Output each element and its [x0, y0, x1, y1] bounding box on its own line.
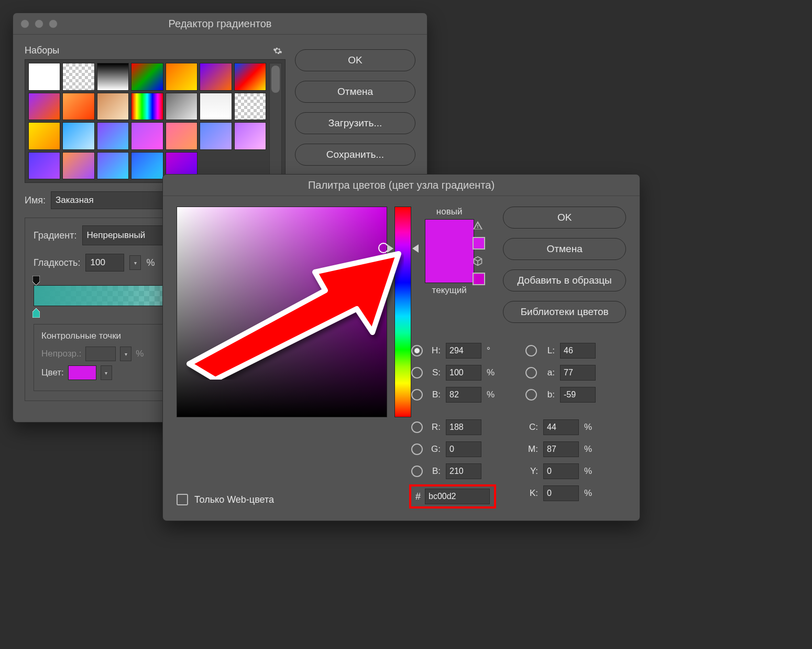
stop-color-dropdown-icon[interactable]: ▾	[101, 365, 112, 380]
stop-color-label: Цвет:	[41, 367, 64, 378]
preset-swatch[interactable]	[131, 93, 163, 121]
preset-swatch[interactable]	[166, 93, 197, 121]
ok-button[interactable]: OK	[295, 49, 415, 71]
opacity-stop-icon[interactable]	[32, 276, 40, 283]
b-rgb-input[interactable]	[446, 463, 481, 479]
out-of-gamut-swatch-icon[interactable]	[473, 237, 485, 250]
preset-swatch[interactable]	[234, 93, 266, 121]
b-rgb-radio[interactable]	[411, 466, 423, 477]
g-input[interactable]	[446, 441, 481, 457]
minimize-dot-icon[interactable]	[35, 19, 43, 28]
saturation-brightness-field[interactable]	[177, 207, 387, 417]
preset-swatch[interactable]	[97, 152, 129, 180]
name-label: Имя:	[25, 195, 46, 206]
r-radio[interactable]	[411, 421, 423, 433]
titlebar: Палитра цветов (цвет узла градиента)	[163, 175, 640, 196]
c-label: C:	[525, 422, 538, 432]
m-input[interactable]	[543, 441, 579, 457]
preset-swatch[interactable]	[166, 122, 197, 150]
b-lab-radio[interactable]	[525, 389, 537, 401]
preset-swatch[interactable]	[28, 152, 60, 180]
k-input[interactable]	[543, 485, 579, 501]
c-input[interactable]	[543, 419, 579, 435]
preset-swatch[interactable]	[97, 122, 129, 150]
preset-swatch[interactable]	[62, 63, 94, 91]
color-compare	[425, 219, 474, 283]
preset-swatch[interactable]	[234, 63, 266, 91]
y-label: Y:	[525, 466, 538, 477]
hex-input[interactable]	[425, 489, 490, 504]
s-radio[interactable]	[411, 367, 423, 378]
smoothness-input[interactable]	[85, 254, 124, 272]
load-button[interactable]: Загрузить...	[295, 112, 415, 134]
a-radio[interactable]	[525, 367, 537, 378]
preset-swatch[interactable]	[62, 122, 94, 150]
window-title: Палитра цветов (цвет узла градиента)	[163, 179, 640, 191]
preset-swatch[interactable]	[28, 122, 60, 150]
r-label: R:	[428, 422, 441, 432]
ok-button[interactable]: OK	[503, 207, 626, 229]
h-unit: °	[487, 345, 496, 356]
hue-indicator-right-icon[interactable]	[412, 244, 419, 253]
preset-swatch[interactable]	[62, 152, 94, 180]
b-hsb-radio[interactable]	[411, 389, 423, 401]
scrollbar-thumb[interactable]	[271, 66, 280, 93]
preset-swatch[interactable]	[200, 63, 232, 91]
s-input[interactable]	[446, 365, 481, 381]
preset-swatch[interactable]	[200, 122, 232, 150]
presets-label: Наборы	[25, 45, 59, 56]
g-radio[interactable]	[411, 444, 423, 455]
preset-swatch[interactable]	[28, 93, 60, 121]
l-input[interactable]	[560, 343, 596, 359]
window-controls[interactable]	[20, 19, 58, 28]
preset-swatch[interactable]	[97, 63, 129, 91]
preset-swatch[interactable]	[62, 93, 94, 121]
color-stop-icon[interactable]	[32, 308, 40, 316]
k-label: K:	[525, 488, 538, 499]
smoothness-unit: %	[146, 257, 155, 268]
titlebar: Редактор градиентов	[13, 13, 427, 35]
stop-color-swatch[interactable]	[68, 365, 96, 380]
hue-indicator-left-icon[interactable]	[387, 244, 393, 253]
a-input[interactable]	[560, 365, 596, 381]
web-only-checkbox[interactable]	[177, 494, 188, 505]
current-color-swatch	[425, 251, 474, 283]
hex-label: #	[415, 491, 421, 502]
l-radio[interactable]	[525, 345, 537, 356]
y-unit: %	[584, 466, 594, 477]
cube-icon[interactable]	[473, 256, 483, 266]
cancel-button[interactable]: Отмена	[295, 81, 415, 103]
preset-swatch[interactable]	[28, 63, 60, 91]
g-label: G:	[428, 444, 441, 455]
preset-swatch[interactable]	[200, 93, 232, 121]
gradient-type-select[interactable]: Непрерывный	[82, 225, 175, 245]
b-hsb-input[interactable]	[446, 387, 481, 403]
preset-swatch[interactable]	[131, 63, 163, 91]
b-hsb-unit: %	[487, 390, 496, 400]
y-input[interactable]	[543, 463, 579, 479]
cancel-button[interactable]: Отмена	[503, 238, 626, 260]
add-swatch-button[interactable]: Добавить в образцы	[503, 269, 626, 291]
new-color-label: новый	[436, 207, 463, 217]
r-input[interactable]	[446, 419, 481, 435]
gear-icon[interactable]	[273, 46, 282, 56]
presets-scrollbar[interactable]	[269, 63, 282, 179]
preset-swatch[interactable]	[234, 122, 266, 150]
preset-swatch[interactable]	[131, 152, 163, 180]
save-button[interactable]: Сохранить...	[295, 144, 415, 166]
close-dot-icon[interactable]	[20, 19, 29, 28]
smoothness-dropdown-icon[interactable]: ▾	[129, 255, 141, 270]
preset-swatch[interactable]	[131, 122, 163, 150]
zoom-dot-icon[interactable]	[49, 19, 58, 28]
s-unit: %	[487, 367, 496, 378]
h-radio[interactable]	[411, 345, 423, 356]
websafe-swatch-icon[interactable]	[473, 273, 485, 285]
h-input[interactable]	[446, 343, 481, 359]
hue-slider[interactable]	[394, 207, 411, 417]
web-only-label: Только Web-цвета	[194, 494, 274, 505]
preset-swatch[interactable]	[97, 93, 129, 121]
preset-swatch[interactable]	[166, 63, 197, 91]
b-lab-input[interactable]	[560, 387, 596, 403]
warning-icon[interactable]	[473, 220, 483, 231]
color-libraries-button[interactable]: Библиотеки цветов	[503, 301, 626, 323]
